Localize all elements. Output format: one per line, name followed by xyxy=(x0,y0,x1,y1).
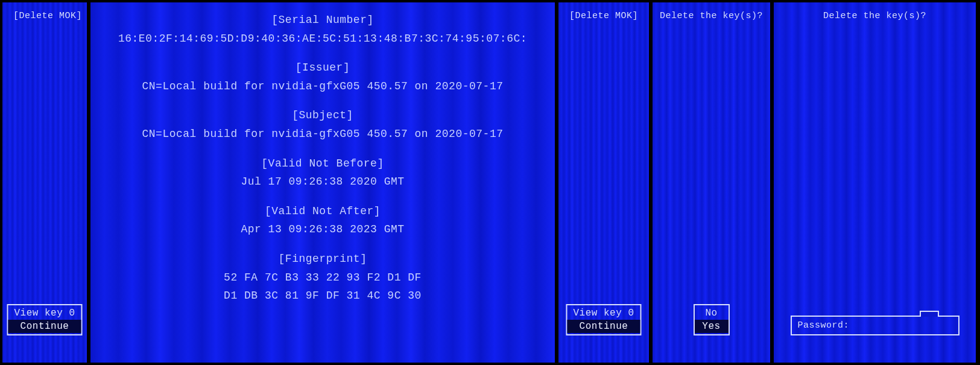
certificate-text: [Serial Number] 16:E0:2F:14:69:5D:D9:40:… xyxy=(90,2,555,305)
subject-value: CN=Local build for nvidia-gfxG05 450.57 … xyxy=(90,125,555,144)
not-before-value: Jul 17 09:26:38 2020 GMT xyxy=(90,173,555,191)
panel-title: Delete the key(s)? xyxy=(774,2,976,21)
password-box: Password: xyxy=(791,316,959,335)
menu-item-no[interactable]: No xyxy=(695,306,729,320)
mok-delete-panel-2: [Delete MOK] View key 0 Continue xyxy=(558,2,649,363)
password-input[interactable] xyxy=(855,320,946,331)
box-tab-decoration xyxy=(920,311,939,317)
menu-item-continue[interactable]: Continue xyxy=(567,320,640,333)
not-after-header: [Valid Not After] xyxy=(90,202,555,221)
menu-item-yes[interactable]: Yes xyxy=(695,320,729,333)
menu-item-view-key[interactable]: View key 0 xyxy=(567,306,640,320)
fingerprint-line-1: 52 FA 7C B3 33 22 93 F2 D1 DF xyxy=(90,268,555,287)
issuer-header: [Issuer] xyxy=(90,59,555,77)
not-after-value: Apr 13 09:26:38 2023 GMT xyxy=(90,220,555,239)
mok-delete-panel-1: [Delete MOK] View key 0 Continue xyxy=(2,2,87,363)
confirm-delete-panel: Delete the key(s)? No Yes xyxy=(653,2,770,363)
fingerprint-line-2: D1 DB 3C 81 9F DF 31 4C 9C 30 xyxy=(90,287,555,305)
key-menu: View key 0 Continue xyxy=(7,304,82,335)
panel-title: Delete the key(s)? xyxy=(653,2,770,21)
fingerprint-header: [Fingerprint] xyxy=(90,250,555,268)
menu-item-continue[interactable]: Continue xyxy=(8,320,81,333)
panel-title: [Delete MOK] xyxy=(2,2,87,21)
serial-header: [Serial Number] xyxy=(90,11,555,30)
key-menu: View key 0 Continue xyxy=(566,304,641,335)
panel-title: [Delete MOK] xyxy=(558,2,649,21)
not-before-header: [Valid Not Before] xyxy=(90,154,555,173)
password-panel: Delete the key(s)? Password: xyxy=(774,2,976,363)
password-label: Password: xyxy=(798,320,850,331)
issuer-value: CN=Local build for nvidia-gfxG05 450.57 … xyxy=(90,77,555,96)
subject-header: [Subject] xyxy=(90,106,555,125)
confirm-menu: No Yes xyxy=(694,304,730,335)
certificate-detail-panel: [Serial Number] 16:E0:2F:14:69:5D:D9:40:… xyxy=(90,2,555,363)
menu-item-view-key[interactable]: View key 0 xyxy=(8,306,81,320)
serial-value: 16:E0:2F:14:69:5D:D9:40:36:AE:5C:51:13:4… xyxy=(90,30,555,48)
